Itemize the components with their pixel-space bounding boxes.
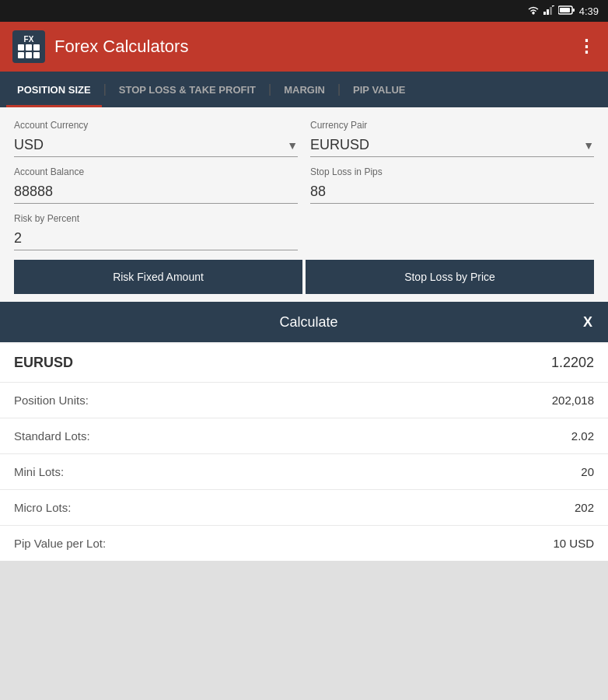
calculate-bar: Calculate X: [0, 302, 608, 342]
time-display: 4:39: [579, 5, 599, 17]
account-balance-label: Account Balance: [14, 166, 298, 177]
account-currency-arrow: ▼: [287, 139, 298, 152]
svg-point-0: [532, 12, 534, 14]
app-bar-left: FX Forex Calculators: [12, 30, 188, 63]
app-icon: FX: [12, 30, 45, 63]
account-currency-input[interactable]: [14, 134, 287, 156]
account-currency-input-wrapper[interactable]: ▼: [14, 134, 298, 157]
result-row-micro-lots: Micro Lots: 202: [0, 490, 608, 526]
result-label-mini-lots: Mini Lots:: [14, 465, 64, 478]
result-label-position-units: Position Units:: [14, 394, 89, 407]
field-placeholder: [310, 213, 594, 250]
result-pair-value: 1.2202: [551, 355, 594, 371]
field-currency-pair: Currency Pair ▼: [310, 120, 594, 157]
tab-position-size[interactable]: POSITION SIZE: [6, 72, 102, 107]
field-stop-loss-pips: Stop Loss in Pips: [310, 166, 594, 204]
account-balance-input-wrapper[interactable]: [14, 180, 298, 204]
app-bar: FX Forex Calculators ⋮: [0, 22, 608, 72]
results-section: EURUSD 1.2202 Position Units: 202,018 St…: [0, 344, 608, 561]
battery-icon: [558, 5, 575, 17]
svg-rect-3: [550, 7, 552, 15]
svg-rect-6: [560, 8, 570, 12]
stop-loss-by-price-button[interactable]: Stop Loss by Price: [306, 260, 594, 294]
row-risk: Risk by Percent: [14, 213, 594, 250]
result-pair-name: EURUSD: [14, 355, 73, 371]
signal-icon: [543, 5, 554, 17]
form-section: Account Currency ▼ Currency Pair ▼ Accou…: [0, 107, 608, 300]
tab-stop-loss[interactable]: STOP LOSS & TAKE PROFIT: [108, 72, 267, 107]
menu-icon[interactable]: ⋮: [578, 37, 596, 57]
result-row-standard-lots: Standard Lots: 2.02: [0, 418, 608, 454]
result-label-micro-lots: Micro Lots:: [14, 501, 71, 514]
result-row-pip-value: Pip Value per Lot: 10 USD: [0, 526, 608, 561]
status-bar: 4:39: [0, 0, 608, 22]
result-value-pip-value: 10 USD: [553, 537, 594, 550]
result-row-position-units: Position Units: 202,018: [0, 383, 608, 418]
result-value-mini-lots: 20: [581, 465, 594, 478]
bottom-area: [0, 561, 608, 654]
calculate-close-button[interactable]: X: [583, 314, 592, 331]
field-account-balance: Account Balance: [14, 166, 298, 204]
currency-pair-input-wrapper[interactable]: ▼: [310, 134, 594, 157]
calculate-label[interactable]: Calculate: [34, 314, 583, 331]
field-risk-percent: Risk by Percent: [14, 213, 298, 250]
tab-margin[interactable]: MARGIN: [273, 72, 336, 107]
account-balance-input[interactable]: [14, 180, 298, 203]
result-value-standard-lots: 2.02: [571, 429, 594, 443]
result-value-micro-lots: 202: [575, 501, 594, 514]
toggle-buttons-row: Risk Fixed Amount Stop Loss by Price: [14, 260, 594, 294]
risk-input[interactable]: [14, 227, 298, 250]
main-content: Account Currency ▼ Currency Pair ▼ Accou…: [0, 107, 608, 654]
result-label-pip-value: Pip Value per Lot:: [14, 537, 106, 550]
tab-divider-1: |: [103, 82, 107, 96]
account-currency-label: Account Currency: [14, 120, 298, 131]
tab-bar: POSITION SIZE | STOP LOSS & TAKE PROFIT …: [0, 72, 608, 107]
row-currency: Account Currency ▼ Currency Pair ▼: [14, 120, 594, 157]
currency-pair-input[interactable]: [310, 134, 583, 156]
stop-loss-label: Stop Loss in Pips: [310, 166, 594, 177]
svg-rect-2: [547, 9, 549, 15]
result-label-standard-lots: Standard Lots:: [14, 429, 90, 443]
status-icons: 4:39: [527, 5, 599, 17]
field-account-currency: Account Currency ▼: [14, 120, 298, 157]
currency-pair-label: Currency Pair: [310, 120, 594, 131]
result-row-mini-lots: Mini Lots: 20: [0, 454, 608, 490]
risk-fixed-amount-button[interactable]: Risk Fixed Amount: [14, 260, 302, 294]
risk-label: Risk by Percent: [14, 213, 298, 224]
tab-divider-3: |: [337, 82, 341, 96]
result-header-row: EURUSD 1.2202: [0, 344, 608, 383]
svg-rect-1: [543, 12, 546, 15]
tab-pip-value[interactable]: PIP VALUE: [342, 72, 416, 107]
stop-loss-input[interactable]: [310, 180, 594, 203]
row-balance-stoploss: Account Balance Stop Loss in Pips: [14, 166, 594, 204]
stop-loss-input-wrapper[interactable]: [310, 180, 594, 204]
currency-pair-arrow: ▼: [583, 139, 594, 152]
wifi-icon: [527, 5, 540, 17]
app-title: Forex Calculators: [54, 37, 188, 57]
risk-input-wrapper[interactable]: [14, 227, 298, 250]
tab-divider-2: |: [268, 82, 271, 96]
svg-rect-5: [572, 9, 575, 12]
result-value-position-units: 202,018: [552, 394, 594, 407]
